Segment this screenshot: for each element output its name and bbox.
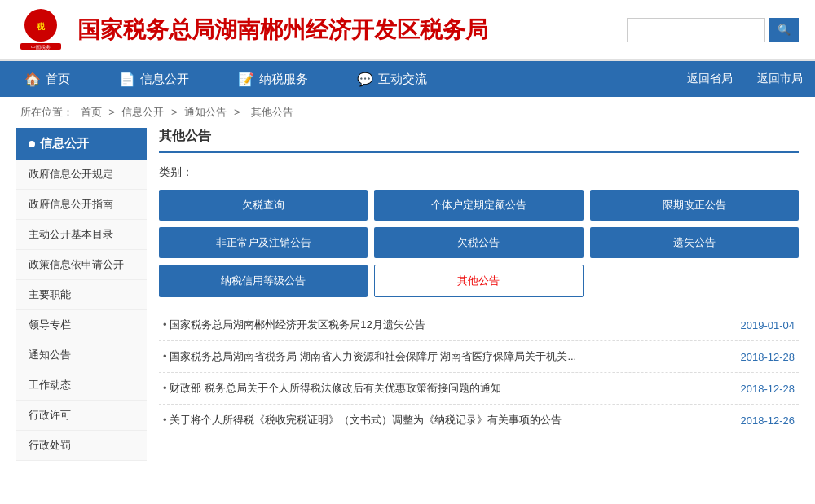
- news-title-1: 国家税务总局湖南省税务局 湖南省人力资源和社会保障厅 湖南省医疗保障局关于机关.…: [163, 349, 725, 364]
- sidebar-item-3[interactable]: 政策信息依申请公开: [16, 250, 147, 280]
- nav-city[interactable]: 返回市局: [745, 61, 815, 97]
- site-title: 国家税务总局湖南郴州经济开发区税务局: [77, 15, 627, 46]
- breadcrumb-home[interactable]: 首页: [81, 106, 102, 118]
- news-item-0[interactable]: 国家税务总局湖南郴州经济开发区税务局12月遗失公告 2019-01-04: [159, 309, 799, 341]
- nav-province[interactable]: 返回省局: [675, 61, 745, 97]
- news-item-2[interactable]: 财政部 税务总局关于个人所得税法修改后有关优惠政策衔接问题的通知 2018-12…: [159, 373, 799, 405]
- search-area: 🔍: [627, 18, 799, 42]
- cat-btn-0[interactable]: 欠税查询: [159, 190, 368, 221]
- cat-btn-6[interactable]: 纳税信用等级公告: [159, 265, 368, 297]
- nav-home[interactable]: 🏠 首页: [0, 61, 95, 97]
- search-button[interactable]: 🔍: [769, 18, 799, 42]
- news-item-3[interactable]: 关于将个人所得税《税收完税证明》（文书式）调整为《纳税记录》有关事项的公告 20…: [159, 405, 799, 436]
- sidebar-item-5[interactable]: 领导专栏: [16, 310, 147, 340]
- breadcrumb-sep3: >: [234, 106, 243, 118]
- main-nav: 🏠 首页 📄 信息公开 📝 纳税服务 💬 互动交流 返回省局 返回市局: [0, 61, 815, 97]
- content-title: 其他公告: [159, 128, 799, 153]
- news-date-0: 2019-01-04: [741, 319, 795, 331]
- sidebar-item-9[interactable]: 行政处罚: [16, 431, 147, 461]
- sidebar-item-8[interactable]: 行政许可: [16, 401, 147, 431]
- news-date-1: 2018-12-28: [741, 351, 795, 363]
- sidebar-item-7[interactable]: 工作动态: [16, 370, 147, 401]
- news-title-3: 关于将个人所得税《税收完税证明》（文书式）调整为《纳税记录》有关事项的公告: [163, 413, 725, 427]
- cat-btn-7[interactable]: 其他公告: [374, 265, 583, 297]
- news-item-1[interactable]: 国家税务总局湖南省税务局 湖南省人力资源和社会保障厅 湖南省医疗保障局关于机关.…: [159, 341, 799, 373]
- sidebar-item-0[interactable]: 政府信息公开规定: [16, 160, 147, 190]
- cat-btn-2[interactable]: 限期改正公告: [590, 190, 799, 221]
- cat-btn-1[interactable]: 个体户定期定额公告: [374, 190, 583, 221]
- sidebar-header-label: 信息公开: [40, 136, 89, 151]
- home-icon: 🏠: [24, 72, 41, 87]
- category-label: 类别：: [159, 165, 799, 180]
- svg-text:中国税务: 中国税务: [31, 45, 51, 50]
- logo: 税 中国税务: [16, 7, 65, 52]
- cat-btn-5[interactable]: 遗失公告: [590, 227, 799, 258]
- breadcrumb-notice[interactable]: 通知公告: [184, 106, 227, 118]
- content-area: 其他公告 类别： 欠税查询 个体户定期定额公告 限期改正公告 非正常户及注销公告…: [159, 128, 799, 461]
- cat-btn-4[interactable]: 欠税公告: [374, 227, 583, 258]
- sidebar-item-6[interactable]: 通知公告: [16, 340, 147, 370]
- breadcrumb-label: 所在位置：: [20, 106, 73, 118]
- tax-icon: 📝: [238, 72, 254, 87]
- header: 税 中国税务 国家税务总局湖南郴州经济开发区税务局 🔍: [0, 0, 815, 61]
- news-date-3: 2018-12-26: [741, 414, 795, 427]
- category-buttons: 欠税查询 个体户定期定额公告 限期改正公告 非正常户及注销公告 欠税公告 遗失公…: [159, 190, 799, 297]
- breadcrumb-current: 其他公告: [251, 106, 293, 118]
- sidebar-dot: [29, 141, 35, 147]
- breadcrumb-sep1: >: [108, 106, 117, 118]
- news-list: 国家税务总局湖南郴州经济开发区税务局12月遗失公告 2019-01-04 国家税…: [159, 309, 799, 436]
- news-title-2: 财政部 税务总局关于个人所得税法修改后有关优惠政策衔接问题的通知: [163, 381, 725, 396]
- sidebar-item-4[interactable]: 主要职能: [16, 280, 147, 310]
- news-title-0: 国家税务总局湖南郴州经济开发区税务局12月遗失公告: [163, 318, 725, 332]
- nav-tax-service[interactable]: 📝 纳税服务: [214, 61, 333, 97]
- sidebar: 信息公开 政府信息公开规定 政府信息公开指南 主动公开基本目录 政策信息依申请公…: [16, 128, 147, 461]
- sidebar-item-1[interactable]: 政府信息公开指南: [16, 190, 147, 220]
- breadcrumb: 所在位置： 首页 > 信息公开 > 通知公告 > 其他公告: [0, 97, 815, 128]
- main-layout: 信息公开 政府信息公开规定 政府信息公开指南 主动公开基本目录 政策信息依申请公…: [0, 128, 815, 477]
- breadcrumb-info[interactable]: 信息公开: [121, 106, 164, 118]
- nav-interact-label: 互动交流: [378, 72, 427, 87]
- search-input[interactable]: [627, 18, 765, 42]
- sidebar-item-2[interactable]: 主动公开基本目录: [16, 220, 147, 250]
- cat-btn-3[interactable]: 非正常户及注销公告: [159, 227, 368, 258]
- svg-text:税: 税: [36, 22, 46, 31]
- chat-icon: 💬: [357, 72, 373, 87]
- nav-info-label: 信息公开: [140, 72, 189, 87]
- nav-tax-label: 纳税服务: [259, 72, 308, 87]
- nav-interact[interactable]: 💬 互动交流: [333, 61, 452, 97]
- info-icon: 📄: [119, 72, 135, 87]
- news-date-2: 2018-12-28: [741, 383, 795, 395]
- nav-home-label: 首页: [46, 72, 70, 87]
- sidebar-header: 信息公开: [16, 128, 147, 160]
- nav-info[interactable]: 📄 信息公开: [95, 61, 214, 97]
- breadcrumb-sep2: >: [171, 106, 180, 118]
